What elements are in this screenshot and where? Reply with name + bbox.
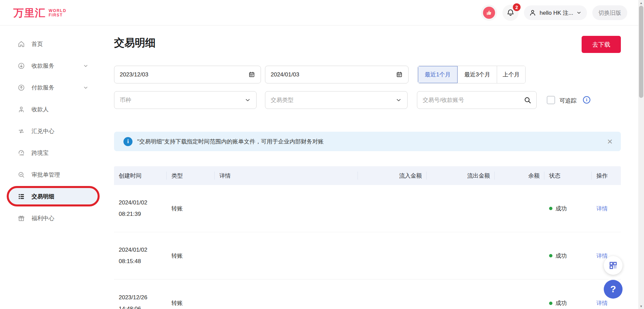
thumbs-up-icon [483,7,495,19]
top-bar: 万里汇 WORLDFIRST 2 [0,0,644,25]
col-action: 操作 [592,166,621,185]
search-icon[interactable] [524,96,532,104]
gift-icon [17,214,25,222]
row-time: 14:48:06 [119,303,147,309]
table-row: 2023/12/26 14:48:06 转账 成功 详情 [114,280,621,309]
main-content: 交易明细 去下载 2023/12/03 2024/01/03 最近1个月 最近3… [114,26,621,309]
chevron-down-icon [83,63,89,69]
svg-text:1688: 1688 [19,154,24,156]
chevron-down-icon [395,97,402,103]
qr-code-button[interactable] [604,256,623,275]
gauge-1688-icon: 1688 [17,149,25,157]
sidebar-item-receive-services[interactable]: 收款服务 [0,55,101,77]
banner-close-icon[interactable]: ✕ [607,138,613,145]
calendar-icon [248,71,255,78]
help-button[interactable]: ? [604,280,623,299]
range-last-month[interactable]: 上个月 [497,66,525,83]
trackable-checkbox[interactable] [547,96,555,104]
page-title: 交易明细 [114,36,156,50]
user-name: hello HK 注... [540,9,573,17]
row-date: 2023/12/26 [119,292,147,303]
start-date-input[interactable]: 2023/12/03 [114,66,261,83]
home-icon [17,40,25,48]
search-input[interactable] [423,97,524,104]
sidebar-item-kuajingbao[interactable]: 1688 跨境宝 [0,142,101,164]
sidebar-item-approval-management[interactable]: 审批单管理 [0,164,101,186]
sidebar-item-benefits-center[interactable]: 福利中心 [0,207,101,229]
scroll-down-arrow[interactable]: ▼ [638,303,644,309]
status-label: 成功 [555,252,567,260]
status-label: 成功 [555,205,567,212]
detail-link[interactable]: 详情 [596,205,608,212]
transaction-type-select[interactable]: 交易类型 [265,91,408,109]
row-date: 2024/01/02 [119,197,147,208]
sidebar-item-transaction-details[interactable]: 交易明细 [0,186,101,207]
row-time: 08:15:48 [119,256,147,267]
pay-service-icon [17,84,25,91]
detail-link[interactable]: 详情 [596,299,608,307]
row-type: 转账 [171,205,183,212]
sidebar-item-pay-services[interactable]: 付款服务 [0,77,101,99]
chevron-down-icon [576,10,582,15]
payee-icon [17,106,25,113]
receive-service-icon [17,62,25,70]
chevron-down-icon [83,85,89,90]
logo-cn-text: 万里汇 [13,6,46,20]
question-mark-icon: ? [610,284,616,295]
col-outflow: 流出金额 [427,166,495,185]
range-last-1-month[interactable]: 最近1个月 [418,66,458,83]
info-icon: i [123,137,132,146]
notification-badge: 2 [513,3,521,11]
col-balance: 余额 [495,166,544,185]
range-last-3-months[interactable]: 最近3个月 [458,66,497,83]
download-button[interactable]: 去下载 [582,36,621,53]
row-date: 2024/01/02 [119,244,147,256]
row-time: 08:21:39 [119,208,147,220]
col-status: 状态 [544,166,592,185]
qr-code-icon [609,261,618,270]
table-row: 2024/01/02 08:21:39 转账 成功 详情 [114,185,621,232]
row-type: 转账 [171,252,183,260]
status-success-dot [549,207,552,210]
info-banner: i "交易明细"支持下载指定时间范围内的账单文件，可用于企业内部财务对账 ✕ [114,132,621,151]
exchange-icon [17,127,25,135]
notifications-button[interactable]: 2 [502,5,519,21]
calendar-icon [396,71,403,78]
user-menu[interactable]: hello HK 注... [524,5,587,20]
worldfirst-logo[interactable]: 万里汇 WORLDFIRST [13,6,66,20]
logo-en-text: WORLDFIRST [49,9,66,17]
scroll-up-arrow[interactable]: ▲ [638,0,644,6]
scrollbar-thumb[interactable] [639,6,643,98]
user-icon [529,9,537,17]
banner-text: "交易明细"支持下载指定时间范围内的账单文件，可用于企业内部财务对账 [137,138,607,145]
sidebar-item-home[interactable]: 首页 [0,33,101,55]
transaction-list-icon [17,193,25,200]
col-detail: 详情 [215,166,358,185]
feedback-button[interactable] [481,5,497,21]
col-type: 类型 [167,166,215,185]
quick-range-group: 最近1个月 最近3个月 上个月 [418,66,526,83]
currency-select[interactable]: 币种 [114,91,257,109]
sidebar: 首页 收款服务 付款服务 收款人 汇 [0,26,101,309]
sidebar-item-exchange-center[interactable]: 汇兑中心 [0,120,101,142]
status-label: 成功 [555,299,567,307]
approval-search-icon [17,171,25,179]
search-field [417,91,537,109]
sidebar-item-payees[interactable]: 收款人 [0,99,101,120]
table-header: 创建时间 类型 详情 流入金额 流出金额 余额 状态 操作 [114,166,621,185]
end-date-input[interactable]: 2024/01/03 [265,66,409,83]
chevron-down-icon [245,97,251,103]
status-success-dot [549,302,552,305]
trackable-label: 可追踪 [559,97,577,105]
vertical-scrollbar[interactable]: ▲ ▼ [638,0,644,309]
col-inflow: 流入金额 [358,166,427,185]
table-row: 2024/01/02 08:15:48 转账 成功 详情 [114,232,621,280]
col-created-time: 创建时间 [114,166,167,185]
trackable-info-icon[interactable]: i [583,96,590,104]
status-success-dot [549,254,552,257]
switch-old-version-button[interactable]: 切换旧版 [592,5,627,20]
row-type: 转账 [171,299,183,307]
detail-link[interactable]: 详情 [596,252,608,260]
